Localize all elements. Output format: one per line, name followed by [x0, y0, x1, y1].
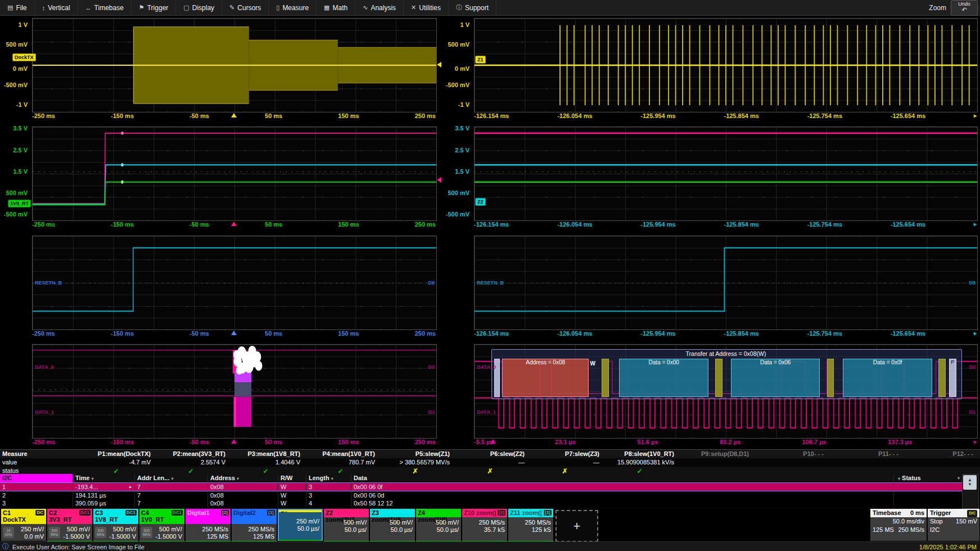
p4-xtick: -125.754 ms: [807, 221, 842, 229]
p7-trigger-time-marker[interactable]: [231, 439, 237, 444]
menu-utilities[interactable]: ✕Utilities: [404, 0, 449, 15]
i2c-col-data[interactable]: Data: [351, 474, 894, 483]
sort-icon[interactable]: ▾: [898, 476, 900, 481]
i2c-data-box-3[interactable]: Data = 0x0f: [843, 359, 932, 397]
zoom-box-z2[interactable]: Z2 zoom(3V3... 500 mV/50.0 µs/: [324, 509, 369, 541]
channel-box-digital1[interactable]: Digital1[2] 250 MS/s125 MS: [186, 509, 231, 541]
zoom-tag-z1[interactable]: Z1: [475, 56, 486, 64]
p2-plot-z1-zoom[interactable]: Z1: [474, 18, 978, 112]
scrollbar-arrows-icon[interactable]: ▲▼: [963, 475, 977, 490]
zoom-box-z4[interactable]: Z4 zoom(1V0... 500 mV/50.0 µs/: [416, 509, 461, 541]
p8-trigger-time-marker[interactable]: [490, 439, 496, 444]
menu-display[interactable]: ▢Display: [176, 0, 222, 15]
sort-icon[interactable]: ▾: [331, 476, 333, 481]
measure-p1-label[interactable]: P1:mean(DockTX): [82, 450, 156, 457]
trigger-box[interactable]: TriggerDC Stop150 mV I2C: [928, 509, 979, 541]
i2c-table-scrollbar[interactable]: ▲▼: [962, 474, 979, 509]
i2c-ack-marker: [715, 359, 722, 397]
i2c-data-box-2[interactable]: Data = 0x06: [731, 359, 820, 397]
p3-trigger-level-marker[interactable]: [437, 177, 441, 183]
timebase-box[interactable]: Timebase0 ms 50.0 ms/div 125 MS250 MS/s: [870, 509, 927, 541]
p3-xtick: -50 ms: [189, 221, 209, 229]
measure-p8-label[interactable]: P8:slew(1V0_RT): [605, 450, 680, 457]
channel-box-c4[interactable]: C4DC11V0_RT 500 mV/-1.5000 V 500MHz: [139, 509, 184, 541]
p6-plot-resetn-zoom[interactable]: RESETN_B D8: [474, 236, 978, 330]
measure-p10-label[interactable]: P10- - -: [755, 450, 829, 457]
p4-plot-z2-zoom[interactable]: Z2: [474, 127, 978, 221]
i2c-col-status[interactable]: ▾ Status▾: [894, 474, 963, 483]
measure-p2-label[interactable]: P2:mean(3V3_RT): [156, 450, 231, 457]
menu-math[interactable]: ▦Math: [317, 0, 355, 15]
p3-trigger-time-marker[interactable]: [231, 222, 237, 226]
datetime: 1/8/2025 1:02:46 PM: [919, 544, 980, 550]
p6-digital-line-label: D8: [969, 280, 976, 286]
channel-box-digital2[interactable]: Digital2[1] 250 MS/s125 MS: [232, 509, 277, 541]
p3-plot-rails[interactable]: [32, 127, 437, 221]
measure-p11-label[interactable]: P11- - -: [829, 450, 904, 457]
p7-plot-data-lines[interactable]: DATA_0 DATA_1 D0 D1: [32, 344, 437, 439]
p1-plot-docktx[interactable]: [32, 18, 437, 112]
measure-p12-label[interactable]: P12- - -: [904, 450, 979, 457]
measure-p6-label[interactable]: P6:slew(Z2): [455, 450, 530, 457]
p2-ytick: 0 mV: [455, 65, 469, 72]
zoom-box-z11[interactable]: Z11 zoom([[1] 250 MS/s125 kS: [508, 509, 553, 541]
i2c-stop-marker[interactable]: P: [949, 359, 956, 397]
i2c-data-box-1[interactable]: Data = 0x00: [619, 359, 708, 397]
menu-vertical[interactable]: ↕Vertical: [35, 0, 78, 15]
p1-trigger-level-marker[interactable]: [437, 62, 441, 67]
zoom-box-z3[interactable]: Z3 zoom(1V8... 500 mV/50.0 µs/: [370, 509, 415, 541]
i2c-col-rw[interactable]: R/W: [278, 474, 306, 483]
menu-support[interactable]: ⓘSupport: [449, 0, 496, 15]
measure-p5-label[interactable]: P5:slew(Z1): [381, 450, 455, 457]
i2c-col-time[interactable]: Time▾: [73, 474, 135, 483]
i2c-col-length[interactable]: Length▾: [306, 474, 351, 483]
p8-plot-i2c-decode[interactable]: Transfer at Address = 0x08(W) Address = …: [474, 344, 978, 439]
p8-d1-line-label: D1: [969, 409, 976, 415]
menu-trigger-label: Trigger: [147, 4, 169, 12]
sort-icon[interactable]: ▾: [91, 476, 93, 481]
i2c-table-title[interactable]: I2C: [0, 474, 73, 483]
menu-timebase[interactable]: ↔Timebase: [78, 0, 132, 15]
menu-trigger[interactable]: ⚑Trigger: [132, 0, 176, 15]
p8-xtick: 23.1 µs: [555, 439, 576, 446]
i2c-row-2[interactable]: 2 194.131 µs 7 0x08 W 3 0x00 06 0d: [0, 491, 963, 499]
zoom-tag-z2[interactable]: Z2: [475, 198, 486, 206]
measure-p4-label[interactable]: P4:mean(1V0_RT): [306, 450, 381, 457]
status-bar: ⓘ Execute User Action: Save Screen Image…: [0, 541, 980, 551]
i2c-row-3[interactable]: 3 390.059 µs 7 0x08 W 4 0x50 58 12 12: [0, 499, 963, 507]
i2c-col-addr-len[interactable]: Addr Len...▾: [135, 474, 208, 483]
zoom-box-z1[interactable]: Z1 zoom(Doc... 250 mV/50.0 µs/: [278, 509, 323, 541]
channel-box-c1[interactable]: C1DCDockTX 250 mV/0.0 mV 16GHz: [1, 509, 46, 541]
i2c-address-box[interactable]: Address = 0x08: [502, 359, 589, 397]
sort-icon[interactable]: ▾: [171, 476, 173, 481]
expand-marker-icon[interactable]: ▲: [128, 483, 132, 491]
p5-plot-resetn[interactable]: RESETN_B D8: [32, 236, 437, 330]
measure-p9-label[interactable]: P9:setup(D8,D1): [680, 450, 755, 457]
p4-x-axis: -126.154 ms -126.054 ms -125.954 ms -125…: [474, 221, 977, 229]
menu-measure[interactable]: ▯Measure: [269, 0, 317, 15]
p1-trigger-time-marker[interactable]: [231, 113, 237, 118]
p5-trigger-time-marker[interactable]: [231, 331, 237, 335]
i2c-col-address[interactable]: Address▾: [208, 474, 278, 483]
sort-icon[interactable]: ▾: [237, 476, 239, 481]
measure-p3-label[interactable]: P3:mean(1V8_RT): [231, 450, 306, 457]
timebase-icon: ↔: [85, 4, 92, 11]
zoom-box-z10[interactable]: Z10 zoom([[2] 250 MS/s35.7 kS: [462, 509, 507, 541]
p7-d0-line-label: D0: [428, 364, 435, 370]
i2c-row-1-selected[interactable]: 1 -193.4...▲ 7 0x08 W 3 0x00 06 0f: [0, 482, 963, 491]
channel-tag-1v0-rt[interactable]: 1V0_RT: [8, 200, 31, 207]
menu-analysis[interactable]: ∿Analysis: [355, 0, 404, 15]
menu-file[interactable]: ▤File: [0, 0, 35, 15]
add-trace-button[interactable]: +: [556, 510, 598, 542]
measure-p7-label[interactable]: P7:slew(Z3): [530, 450, 605, 457]
channel-box-c3[interactable]: C3DC11V8_RT 500 mV/-1.5000 V 500MHz: [93, 509, 138, 541]
channel-box-c2[interactable]: C2DC13V3_RT 500 mV/-1.5000 V 500MHz: [47, 509, 92, 541]
menu-cursors[interactable]: ✎Cursors: [222, 0, 269, 15]
undo-button[interactable]: Undo↶: [951, 0, 978, 16]
p4-ytick: 500 mV: [448, 189, 469, 196]
measure-table: Measure P1:mean(DockTX) P2:mean(3V3_RT) …: [0, 449, 980, 475]
menu-timebase-label: Timebase: [94, 4, 124, 12]
channel-tag-docktx[interactable]: DockTX: [12, 53, 36, 61]
coupling-badge: DC1: [125, 510, 137, 516]
sort-icon[interactable]: ▾: [958, 474, 960, 482]
